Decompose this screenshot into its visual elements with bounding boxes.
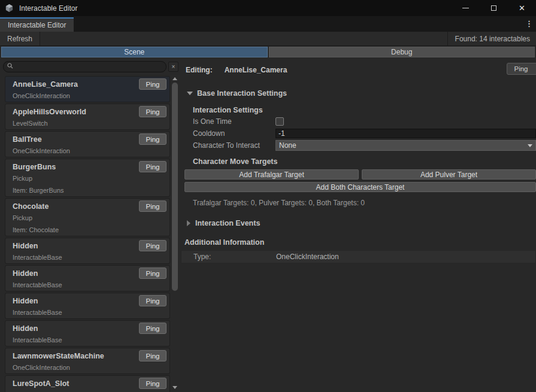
additional-information-header: Additional Information	[184, 238, 536, 247]
scrollbar-thumb[interactable]	[172, 83, 178, 291]
type-label: Type:	[193, 253, 211, 261]
list-item[interactable]: LureSpotA_Slot Ping	[5, 375, 170, 392]
editing-header: Editing: AnneLise_Camera	[186, 64, 536, 76]
scroll-down-icon[interactable]	[172, 386, 177, 389]
item-ping-button[interactable]: Ping	[139, 161, 166, 172]
item-ping-button[interactable]: Ping	[139, 78, 166, 90]
search-icon	[7, 62, 13, 71]
item-type: OneClickInteraction	[13, 145, 166, 157]
add-trafalgar-target-button[interactable]: Add Trafalgar Target	[184, 169, 359, 180]
dropdown-value: None	[279, 141, 296, 150]
editing-ping-button[interactable]: Ping	[507, 63, 536, 75]
item-ping-button[interactable]: Ping	[139, 200, 166, 212]
search-input[interactable]	[13, 63, 162, 70]
is-one-time-checkbox[interactable]	[275, 117, 284, 126]
item-ping-button[interactable]: Ping	[139, 106, 166, 117]
app-cube-icon	[5, 4, 14, 13]
window-title: Interactable Editor	[19, 4, 77, 13]
list-item[interactable]: Hidden Ping InteractableBase	[5, 293, 170, 319]
editor-panel: Editing: AnneLise_Camera Ping Base Inter…	[180, 58, 536, 392]
scroll-up-icon[interactable]	[172, 77, 177, 80]
type-row: Type: OneClickInteraction	[181, 250, 536, 263]
list-item[interactable]: AnneLise_Camera Ping OneClickInteraction	[5, 76, 170, 102]
close-icon: ✕	[519, 4, 525, 12]
refresh-button[interactable]: Refresh	[0, 32, 40, 45]
add-pulver-target-button[interactable]: Add Pulver Target	[362, 169, 536, 180]
item-extra: Item: Chocolate	[13, 224, 166, 236]
toolbar: Refresh Found: 14 interactables	[0, 32, 536, 46]
title-bar: Interactable Editor ✕	[0, 0, 536, 16]
interactable-list: AnneLise_Camera Ping OneClickInteraction…	[0, 75, 170, 392]
minimize-button[interactable]	[452, 0, 480, 16]
item-ping-button[interactable]: Ping	[139, 240, 166, 251]
item-type: OneClickInteraction	[13, 361, 166, 373]
tab-debug[interactable]: Debug	[269, 47, 535, 57]
interaction-settings-section: Interaction Settings Is One Time Cooldow…	[193, 106, 536, 166]
cooldown-field[interactable]: -1	[275, 129, 536, 138]
main-content: × AnneLise_Camera Ping OneClickInteracti…	[0, 58, 536, 392]
interaction-events-label: Interaction Events	[195, 219, 260, 227]
character-to-interact-row: Character To Interact None	[193, 139, 536, 151]
cooldown-row: Cooldown -1	[193, 127, 536, 139]
window-controls: ✕	[452, 0, 536, 16]
base-settings-foldout[interactable]: Base Interaction Settings	[187, 89, 536, 98]
scrollbar-track[interactable]	[170, 83, 180, 384]
close-button[interactable]: ✕	[508, 0, 536, 16]
item-type: LevelSwitch	[13, 117, 166, 129]
list-item[interactable]: Hidden Ping InteractableBase	[5, 238, 170, 264]
tab-label: Interactable Editor	[8, 21, 66, 29]
item-type: InteractableBase	[13, 306, 166, 318]
interaction-events-foldout[interactable]: Interaction Events	[187, 219, 536, 227]
item-ping-button[interactable]: Ping	[139, 268, 166, 279]
list-item[interactable]: Hidden Ping InteractableBase	[5, 265, 170, 291]
list-item[interactable]: Hidden Ping InteractableBase	[5, 320, 170, 347]
item-ping-button[interactable]: Ping	[139, 133, 166, 145]
target-buttons-row: Add Trafalgar Target Add Pulver Target	[184, 169, 536, 180]
tab-menu-button[interactable]: ⋮	[525, 19, 533, 28]
search-field[interactable]	[3, 61, 166, 72]
type-value: OneClickInteraction	[276, 253, 339, 261]
character-to-interact-dropdown[interactable]: None	[275, 140, 536, 151]
list-scrollbar[interactable]	[170, 75, 180, 392]
maximize-icon	[491, 5, 496, 11]
list-item[interactable]: BallTree Ping OneClickInteraction	[5, 131, 170, 157]
search-clear-button[interactable]: ×	[168, 62, 178, 72]
base-settings-label: Base Interaction Settings	[197, 89, 287, 98]
chevron-down-icon	[528, 144, 532, 147]
item-type: InteractableBase	[13, 279, 166, 291]
list-item[interactable]: AppleHillsOverworld Ping LevelSwitch	[5, 104, 170, 130]
maximize-button[interactable]	[480, 0, 508, 16]
item-type: Pickup	[13, 212, 166, 224]
is-one-time-label: Is One Time	[193, 117, 275, 126]
list-row: AnneLise_Camera Ping OneClickInteraction…	[0, 75, 180, 392]
interactable-list-panel: × AnneLise_Camera Ping OneClickInteracti…	[0, 58, 180, 392]
move-target-buttons: Add Trafalgar Target Add Pulver Target A…	[184, 169, 536, 192]
targets-summary: Trafalgar Targets: 0, Pulver Targets: 0,…	[193, 199, 536, 207]
item-ping-button[interactable]: Ping	[139, 350, 166, 361]
foldout-closed-icon	[187, 220, 190, 226]
cooldown-label: Cooldown	[193, 129, 275, 138]
editor-tab-bar: Interactable Editor ⋮	[0, 16, 536, 32]
editing-label: Editing:	[186, 66, 213, 74]
found-count: Found: 14 interactables	[447, 32, 536, 45]
list-item[interactable]: BurgerBuns Ping Pickup Item: BurgerBuns	[5, 159, 170, 197]
editing-target-name: AnneLise_Camera	[225, 66, 287, 74]
minimize-icon	[462, 8, 469, 8]
item-type: OneClickInteraction	[13, 90, 166, 102]
add-both-characters-target-button[interactable]: Add Both Characters Target	[184, 182, 536, 192]
tab-interactable-editor[interactable]: Interactable Editor	[0, 17, 74, 32]
list-item[interactable]: Chocolate Ping Pickup Item: Chocolate	[5, 198, 170, 236]
foldout-open-icon	[187, 92, 193, 95]
search-row: ×	[0, 58, 180, 75]
move-targets-header: Character Move Targets	[193, 157, 536, 166]
interaction-settings-header: Interaction Settings	[193, 106, 536, 114]
list-item[interactable]: LawnmowerStateMachine Ping OneClickInter…	[5, 348, 170, 374]
item-extra: Item: BurgerBuns	[13, 184, 166, 196]
item-type: InteractableBase	[13, 251, 166, 263]
view-tabs: Scene Debug	[0, 46, 536, 58]
item-ping-button[interactable]: Ping	[139, 323, 166, 334]
tab-scene[interactable]: Scene	[1, 47, 268, 57]
item-ping-button[interactable]: Ping	[139, 378, 166, 389]
item-ping-button[interactable]: Ping	[139, 295, 166, 306]
is-one-time-row: Is One Time	[193, 116, 536, 127]
